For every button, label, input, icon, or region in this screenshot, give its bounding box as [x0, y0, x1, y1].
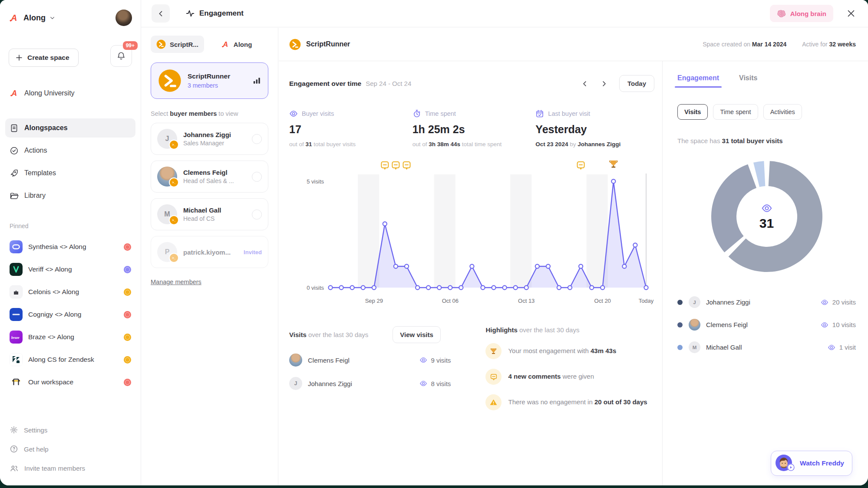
- svg-text:Oct 06: Oct 06: [442, 298, 459, 304]
- legend-count: 20 visits: [832, 298, 856, 306]
- visit-row[interactable]: Clemens Feigl9 visits: [289, 354, 471, 367]
- pinned-item-braze[interactable]: brazeBraze <> Along: [5, 326, 135, 348]
- visit-count: 9 visits: [431, 357, 451, 364]
- doc-icon: [10, 124, 19, 133]
- notifications-button[interactable]: 99+: [110, 45, 132, 67]
- sidebar-item-templates[interactable]: Templates: [5, 164, 135, 183]
- along-logo-icon: A: [9, 13, 19, 23]
- sidebar-footer: SettingsGet helpInvite team members: [5, 420, 135, 478]
- stopwatch-icon: [413, 109, 421, 118]
- pinned-item-cognigy[interactable]: Cognigy <> Along: [5, 303, 135, 326]
- kpi-value: 1h 25m 2s: [413, 123, 536, 136]
- sidebar-item-actions[interactable]: Actions: [5, 141, 135, 160]
- visits-donut-chart[interactable]: 31: [706, 156, 828, 277]
- pill-visits[interactable]: Visits: [677, 104, 708, 120]
- pinned-item-synthesia[interactable]: Synthesia <> Along: [5, 236, 135, 258]
- pinned-item-veriff[interactable]: Veriff <> Along: [5, 258, 135, 281]
- space-tabs: ScriptR...AAlong: [151, 36, 268, 53]
- prev-period-button[interactable]: [580, 79, 590, 88]
- rocket-icon: [10, 169, 19, 178]
- cognigy-logo-icon: [10, 308, 23, 321]
- section-title: Engagement over time: [289, 80, 361, 88]
- member-card[interactable]: J>_ Johannes ZiggiSales Manager: [151, 123, 268, 155]
- space-tab-scriptrunner[interactable]: ScriptR...: [151, 36, 204, 53]
- pill-time-spent[interactable]: Time spent: [713, 104, 758, 120]
- kpi-time-spent: Time spent 1h 25m 2s out of 3h 38m 44s t…: [413, 109, 536, 147]
- workspace-logo-icon: [10, 376, 23, 389]
- legend-row[interactable]: Clemens Feigl10 visits: [677, 319, 856, 331]
- scriptrunner-badge-icon: >_: [169, 140, 179, 150]
- create-space-label: Create space: [27, 54, 69, 62]
- today-button[interactable]: Today: [619, 75, 654, 92]
- invited-badge: Invited: [244, 249, 262, 255]
- sidebar-footer-invite-team-members[interactable]: Invite team members: [5, 459, 135, 478]
- comment-annotation-icon: [381, 162, 388, 170]
- manage-members-link[interactable]: Manage members: [151, 278, 201, 285]
- scriptrunner-icon: [289, 39, 301, 50]
- back-button[interactable]: [152, 4, 170, 23]
- pinned-item-label: Veriff <> Along: [28, 265, 72, 273]
- sidebar-item-along-university[interactable]: A Along University: [5, 88, 135, 98]
- brain-icon: [777, 9, 786, 18]
- comment-annotation-icon: [578, 162, 584, 170]
- user-avatar[interactable]: [116, 10, 132, 26]
- space-panel: ScriptR...AAlong ScriptRunner 3 members …: [141, 28, 278, 485]
- celonis-logo-icon: [10, 285, 23, 298]
- pinned-list: Synthesia <> AlongVeriff <> AlongCelonis…: [5, 236, 135, 393]
- scriptrunner-icon: [158, 69, 182, 92]
- member-radio[interactable]: [252, 134, 262, 144]
- users-icon: [10, 464, 19, 473]
- highlights-title: Highlights over the last 30 days: [485, 326, 579, 334]
- space-name: ScriptRunner: [306, 40, 350, 48]
- bar-chart-icon[interactable]: [253, 77, 261, 85]
- kpi-subtext: out of 31 total buyer visits: [289, 141, 413, 147]
- visit-row[interactable]: JJohannes Ziggi8 visits: [289, 377, 471, 390]
- svg-text:braze: braze: [11, 335, 20, 340]
- right-tab-engagement[interactable]: Engagement: [677, 74, 719, 88]
- next-period-button[interactable]: [599, 79, 609, 88]
- veriff-logo-icon: [10, 263, 23, 276]
- pinned-item-workspace[interactable]: Our workspace: [5, 371, 135, 393]
- svg-text:Oct 20: Oct 20: [594, 298, 611, 304]
- bars-icon: [253, 77, 261, 85]
- create-space-button[interactable]: Create space: [9, 49, 79, 67]
- member-card[interactable]: >_ Clemens FeiglHead of Sales & ...: [151, 160, 268, 193]
- trophy-annotation-icon: [610, 160, 617, 168]
- space-card-members-link[interactable]: 3 members: [188, 82, 230, 89]
- sidebar-item-library[interactable]: Library: [5, 186, 135, 205]
- sidebar-item-alongspaces[interactable]: Alongspaces: [5, 118, 135, 138]
- comment-annotation-icon: [392, 162, 399, 170]
- pill-activities[interactable]: Activities: [763, 104, 802, 120]
- sidebar-footer-get-help[interactable]: Get help: [5, 439, 135, 459]
- bell-icon: [116, 51, 126, 61]
- donut-center: 31: [706, 156, 828, 277]
- member-radio[interactable]: [252, 210, 262, 219]
- avatar-initial: M: [689, 341, 700, 353]
- legend-row[interactable]: JJohannes Ziggi20 visits: [677, 296, 856, 308]
- scriptrunner-badge-icon: >_: [169, 253, 179, 263]
- brain-icon: [777, 9, 786, 18]
- engagement-chart[interactable]: 5 visits0 visitsSep 29Oct 06Oct 13Oct 20…: [289, 154, 659, 315]
- main-content: Engagement over time Sep 24 - Oct 24 Tod…: [279, 61, 662, 485]
- member-card[interactable]: M>_ Michael GallHead of CS: [151, 198, 268, 230]
- member-radio[interactable]: [252, 172, 262, 182]
- sidebar-nav: AlongspacesActionsTemplatesLibrary: [5, 118, 135, 205]
- chevron-down-icon: [49, 15, 56, 21]
- member-card[interactable]: P>_ patrick.kiyom... Invited: [151, 236, 268, 268]
- legend-row[interactable]: MMichael Gall1 visit: [677, 341, 856, 353]
- freddy-avatar-icon: [776, 455, 795, 472]
- space-tab-along[interactable]: AAlong: [215, 36, 258, 52]
- pinned-item-celonis[interactable]: Celonis <> Along: [5, 281, 135, 303]
- watch-freddy-button[interactable]: Watch Freddy: [771, 451, 852, 476]
- legend-dot: [677, 345, 683, 350]
- workspace-switcher[interactable]: A Along: [5, 10, 135, 26]
- space-card-scriptrunner[interactable]: ScriptRunner 3 members: [151, 62, 268, 99]
- view-visits-button[interactable]: View visits: [393, 326, 440, 343]
- pinned-item-zendesk[interactable]: Along CS for Zendesk: [5, 348, 135, 371]
- along-brain-button[interactable]: Along brain: [770, 5, 833, 22]
- right-tab-visits[interactable]: Visits: [739, 74, 757, 88]
- close-button[interactable]: [845, 7, 858, 20]
- pinned-item-label: Synthesia <> Along: [28, 243, 86, 251]
- chevron-right-icon: [600, 80, 608, 88]
- sidebar-footer-settings[interactable]: Settings: [5, 420, 135, 439]
